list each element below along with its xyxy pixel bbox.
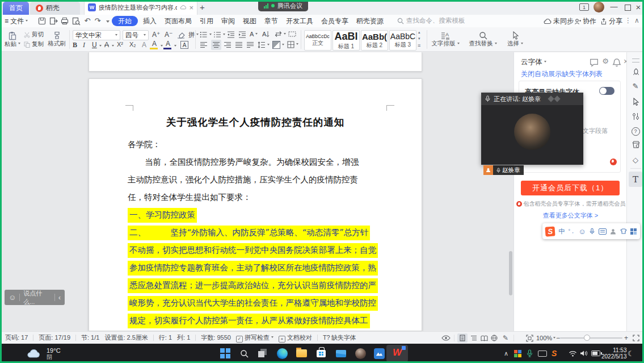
ime-emoji-icon[interactable]: ☺ [578,227,586,236]
highlight-missing-toggle[interactable] [599,87,614,95]
redo-icon[interactable]: ↷ [93,16,102,26]
more-fonts-link[interactable]: 查看更多公文字体 > [514,211,627,220]
menu-review[interactable]: 审阅 [221,16,235,26]
text-direction-button[interactable] [275,31,286,37]
shrink-font-button[interactable]: A⁻ [165,31,172,39]
weather-widget[interactable]: 19°C 阴 [0,344,113,363]
ime-skin-icon[interactable] [620,228,627,234]
character-border-button[interactable]: A [180,41,188,49]
meeting-video-overlay[interactable]: 正在讲话: 赵焕章 赵焕章 [481,93,583,165]
align-center-button[interactable] [211,40,221,50]
align-right-button[interactable] [224,41,231,49]
tray-focus-moon-icon[interactable]: ☾ [628,344,634,363]
sort-button[interactable]: A [262,31,270,37]
tray-sogou-icon[interactable]: S [552,344,557,363]
doc-proof-button[interactable]: ×文档校对 [279,333,312,343]
undo-icon[interactable]: ↶ [83,16,92,26]
feedback-icon[interactable] [590,58,599,67]
scrollbar-thumb[interactable] [509,251,512,295]
command-search[interactable]: 查找命令、搜索模板 [397,16,465,25]
underline-button[interactable]: U [92,41,97,49]
subscript-button[interactable]: X₂ [129,41,136,48]
bell-icon[interactable] [612,58,621,67]
shading-button[interactable] [272,41,284,49]
rocket-upgrade-icon[interactable] [632,68,640,76]
justify-button[interactable] [235,41,243,49]
zoom-slider-track[interactable] [560,337,622,339]
start-button[interactable] [218,346,233,361]
page-view-button[interactable] [457,333,468,343]
document-canvas[interactable]: 关于强化学生个人疫情防控责任的通知 各学院： 当前，全国疫情防控形势严峻复杂。为… [0,52,513,331]
eye-protect-icon[interactable] [441,335,451,341]
ink-mode-button[interactable]: ✎ [500,333,511,343]
history-caret-icon[interactable] [106,20,110,24]
skin-store-icon[interactable] [632,141,640,148]
menu-page-layout[interactable]: 页面布局 [165,16,192,26]
bold-button[interactable]: B [73,41,77,49]
decrease-indent-button[interactable] [227,31,235,39]
outline-view-button[interactable] [469,333,479,343]
close-window-button[interactable]: × [633,2,644,12]
style-heading3[interactable]: AaBbC标题 3 [389,30,416,51]
ime-account-icon[interactable] [609,228,617,235]
increase-indent-button[interactable] [238,31,246,39]
numbered-list-button[interactable] [213,31,225,39]
print-icon[interactable] [60,16,69,26]
line-spacing-button[interactable] [258,41,270,49]
tab-docer[interactable]: 稻壳 [30,2,80,15]
tab-home[interactable]: 首页 [3,2,29,15]
collapse-ribbon-icon[interactable]: ∧ [634,16,639,24]
italic-button[interactable]: I [83,41,85,49]
style-normal[interactable]: AaBbCcDc正文 [304,30,331,51]
new-tab-button[interactable]: + [200,2,205,12]
cut-button[interactable]: 剪切 [24,31,44,39]
emoji-icon[interactable]: ☺ [9,293,16,302]
sync-status[interactable]: 未同步 [544,16,574,26]
missing-font-button[interactable]: T?缺失字体 [323,333,356,342]
tray-volume-icon[interactable] [580,344,588,363]
user-avatar[interactable] [594,2,604,12]
minimize-button[interactable]: — [608,2,620,11]
bullet-list-button[interactable] [200,31,212,39]
print-preview-icon[interactable] [71,16,81,26]
align-left-button[interactable] [200,41,208,49]
font-color-button[interactable]: A [166,40,170,48]
sogou-logo-icon[interactable]: S [545,226,555,236]
help-icon[interactable]: ? [627,126,644,136]
style-heading1[interactable]: AaBl标题 1 [332,30,360,51]
copy-button[interactable]: 复制 [24,40,44,48]
ime-punctuation-icon[interactable]: °， [568,228,575,235]
meeting-app-icon[interactable] [372,346,386,361]
status-word-count[interactable]: 字数: 9550 [201,333,231,342]
styles-scroll-down-icon[interactable]: ▾ [418,36,420,41]
collapse-chat-icon[interactable]: ‹ [58,294,61,302]
taskbar-search-icon[interactable] [237,346,251,361]
save-icon[interactable] [37,16,47,26]
menu-docer-resources[interactable]: 稻壳资源 [356,16,384,26]
zoom-out-button[interactable]: − [556,334,560,342]
borders-button[interactable] [287,41,298,48]
wps-app-tile[interactable]: W [386,345,408,362]
ime-voice-icon[interactable] [589,228,596,235]
zoom-in-button[interactable]: + [624,334,628,342]
menu-start[interactable]: 开始 [112,16,138,26]
more-menu-icon[interactable]: ⋮ [625,16,632,24]
document-page[interactable]: 关于强化学生个人疫情防控责任的通知 各学院： 当前，全国疫情防控形势严峻复杂。为… [89,78,422,331]
ime-toolbar[interactable]: S 中 °， ☺ [542,223,640,239]
smart-assistant-icon[interactable]: ◇ [627,156,644,164]
tray-clock[interactable]: 11:53 2022/5/13 [601,347,627,363]
zoom-slider-knob[interactable] [584,335,590,341]
tray-display-icon[interactable] [538,344,547,363]
close-auto-show-link[interactable]: 关闭自动展示缺失字体列表 [521,69,603,79]
panel-title[interactable]: 云字体 [521,57,546,67]
meeting-chat-bubble[interactable]: ☺ 说点什么... ‹ [5,290,65,305]
format-painter-button[interactable]: 格式刷 [47,29,67,50]
collaborate-button[interactable]: 协作 [574,16,596,26]
select-button[interactable]: 选择 [504,29,527,50]
fit-page-button[interactable] [524,333,534,343]
gear-icon[interactable]: ⚙ [601,57,610,66]
menu-view[interactable]: 视图 [243,16,256,26]
text-layout-button[interactable]: A 文字排版 [430,29,461,50]
mail-app-icon[interactable] [334,346,348,361]
edit-pencil-icon[interactable]: ✎ [627,82,644,90]
